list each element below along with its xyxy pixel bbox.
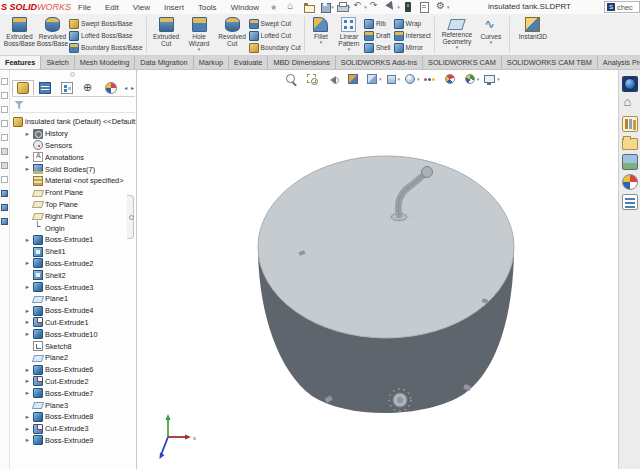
view-toolbar-button[interactable]: ▾ <box>366 73 382 85</box>
quick-access-button[interactable]: ▾ <box>436 2 450 12</box>
tree-item[interactable]: ▸ Boss-Extrude6 <box>10 364 137 376</box>
task-pane-tab[interactable] <box>622 76 638 92</box>
fillet-button[interactable]: Fillet ▾ <box>308 16 334 45</box>
task-pane-tab[interactable] <box>622 138 638 150</box>
revolved-boss-button[interactable]: Revolved Boss/Base <box>36 16 69 47</box>
tree-item[interactable]: ▸ Material <not specified> <box>10 175 137 187</box>
draft-button[interactable]: Draft <box>364 30 391 41</box>
quick-access-button[interactable]: ▾ <box>386 2 400 12</box>
expand-arrow-icon[interactable]: ▸ <box>24 436 31 444</box>
task-pane-tab[interactable] <box>622 194 638 210</box>
view-toolbar-button[interactable]: ▾ <box>404 73 420 85</box>
expand-arrow-icon[interactable]: ▸ <box>24 259 31 267</box>
tree-item[interactable]: ▸ Boss-Extrude4 <box>10 305 137 317</box>
dropdown-caret-icon[interactable]: ▾ <box>456 45 459 50</box>
command-tab[interactable]: Evaluate <box>229 56 268 69</box>
quick-access-button[interactable]: ▾ <box>370 2 384 12</box>
wrap-button[interactable]: Wrap <box>394 18 431 29</box>
left-strip-icon[interactable] <box>1 176 8 183</box>
lofted-cut-button[interactable]: Lofted Cut <box>249 30 301 41</box>
dropdown-caret-icon[interactable]: ▾ <box>198 47 201 52</box>
dropdown-caret-icon[interactable]: ▾ <box>364 4 367 10</box>
tree-item[interactable]: ▸ Boss-Extrude8 <box>10 411 137 423</box>
command-tab[interactable]: Features <box>0 56 41 69</box>
left-strip-icon[interactable] <box>1 120 8 127</box>
tree-root-item[interactable]: insulated tank (Default) <<Default> <box>10 116 137 128</box>
expand-arrow-icon[interactable]: ▸ <box>24 153 31 161</box>
menu-item[interactable]: View <box>126 3 157 12</box>
tree-item[interactable]: ▸ Boss-Extrude2 <box>10 258 137 270</box>
command-tab[interactable]: SOLIDWORKS CAM <box>423 56 502 69</box>
tree-item[interactable]: ▸ Annotations <box>10 151 137 163</box>
tree-item[interactable]: ▸ Cut-Extrude1 <box>10 317 137 329</box>
feature-manager-tab[interactable] <box>78 80 100 96</box>
dropdown-caret-icon[interactable]: ▾ <box>398 76 401 82</box>
intersect-button[interactable]: Intersect <box>394 30 431 41</box>
task-pane-tab[interactable] <box>622 96 638 112</box>
expand-arrow-icon[interactable]: ▸ <box>24 425 31 433</box>
linear-pattern-button[interactable]: Linear Pattern ▾ <box>334 16 364 52</box>
command-tab[interactable]: Data Migration <box>135 56 193 69</box>
mirror-button[interactable]: Mirror <box>394 42 431 53</box>
dropdown-caret-icon[interactable]: ▾ <box>320 40 323 45</box>
expand-arrow-icon[interactable]: ▸ <box>24 318 31 326</box>
quick-access-button[interactable]: ▾ <box>403 2 417 12</box>
lofted-boss-button[interactable]: Lofted Boss/Base <box>69 30 143 41</box>
left-strip-icon[interactable] <box>1 78 8 85</box>
feature-manager-tab[interactable] <box>12 80 34 96</box>
dropdown-caret-icon[interactable]: ▾ <box>477 76 480 82</box>
feature-manager-tab[interactable] <box>56 80 78 96</box>
view-toolbar-button[interactable]: ▾ <box>386 73 401 86</box>
graphics-viewport[interactable]: ▾ ▾ ▾ ▾ ▾ <box>137 70 618 469</box>
view-toolbar-button[interactable]: ▾ <box>285 73 302 86</box>
extruded-boss-button[interactable]: Extruded Boss/Base <box>3 16 36 47</box>
tree-item[interactable]: ▸ Plane2 <box>10 352 137 364</box>
boundary-boss-button[interactable]: Boundary Boss/Base <box>69 42 143 53</box>
extruded-cut-button[interactable]: Extruded Cut <box>150 16 183 47</box>
dropdown-caret-icon[interactable]: ▾ <box>417 76 420 82</box>
quick-access-button[interactable]: ▾ <box>287 2 301 12</box>
tree-item[interactable]: ▸ History <box>10 128 137 140</box>
left-strip-icon[interactable] <box>1 148 8 155</box>
panel-grip[interactable] <box>70 72 75 77</box>
menu-item[interactable]: Tools <box>191 3 224 12</box>
tree-item[interactable]: ▸ Cut-Extrude2 <box>10 376 137 388</box>
expand-arrow-icon[interactable]: ▸ <box>24 307 31 315</box>
dropdown-caret-icon[interactable]: ▾ <box>348 47 351 52</box>
view-toolbar-button[interactable]: ▾ <box>444 73 460 85</box>
tree-item[interactable]: ▸ Origin <box>10 222 137 234</box>
expand-arrow-icon[interactable]: ▸ <box>24 413 31 421</box>
instant3d-button[interactable]: Instant3D <box>513 16 553 40</box>
command-tab[interactable]: MBD Dimensions <box>268 56 335 69</box>
task-pane-tab[interactable] <box>622 174 638 190</box>
tank-top-face[interactable] <box>258 156 514 338</box>
tree-item[interactable]: ▸ Boss-Extrude1 <box>10 234 137 246</box>
tree-item[interactable]: ▸ Front Plane <box>10 187 137 199</box>
left-strip-icon[interactable] <box>1 218 8 225</box>
task-pane-tab[interactable] <box>622 116 638 132</box>
dropdown-caret-icon[interactable]: ▾ <box>331 4 334 10</box>
tree-item[interactable]: ▸ Top Plane <box>10 199 137 211</box>
left-strip-icon[interactable] <box>1 92 8 99</box>
menu-item[interactable]: File <box>71 3 98 12</box>
view-toolbar-button[interactable]: ▾ <box>424 73 441 86</box>
tree-item[interactable]: ▸ Boss-Extrude7 <box>10 387 137 399</box>
boundary-cut-button[interactable]: Boundary Cut <box>249 42 301 53</box>
dropdown-caret-icon[interactable]: ▾ <box>447 4 450 10</box>
tree-item[interactable]: ▸ Plane1 <box>10 293 137 305</box>
left-strip-icon[interactable] <box>1 204 8 211</box>
expand-arrow-icon[interactable]: ▸ <box>24 130 31 138</box>
expand-arrow-icon[interactable]: ▸ <box>24 236 31 244</box>
pin-star-icon[interactable]: ★ <box>266 3 281 12</box>
dropdown-caret-icon[interactable]: ▾ <box>490 40 493 45</box>
command-tab[interactable]: SOLIDWORKS CAM TBM <box>502 56 598 69</box>
expand-arrow-icon[interactable]: ▸ <box>24 377 31 385</box>
command-tab[interactable]: Markup <box>194 56 229 69</box>
menu-item[interactable]: Edit <box>98 3 126 12</box>
tree-item[interactable]: ▸ Cut-Extrude3 <box>10 423 137 435</box>
quick-access-button[interactable]: ▾ <box>320 2 334 12</box>
tree-item[interactable]: ▸ Sensors <box>10 140 137 152</box>
feature-manager-tab[interactable] <box>100 80 122 96</box>
model-canvas[interactable]: x <box>137 70 618 469</box>
quick-access-button[interactable]: ▾ <box>353 2 367 12</box>
